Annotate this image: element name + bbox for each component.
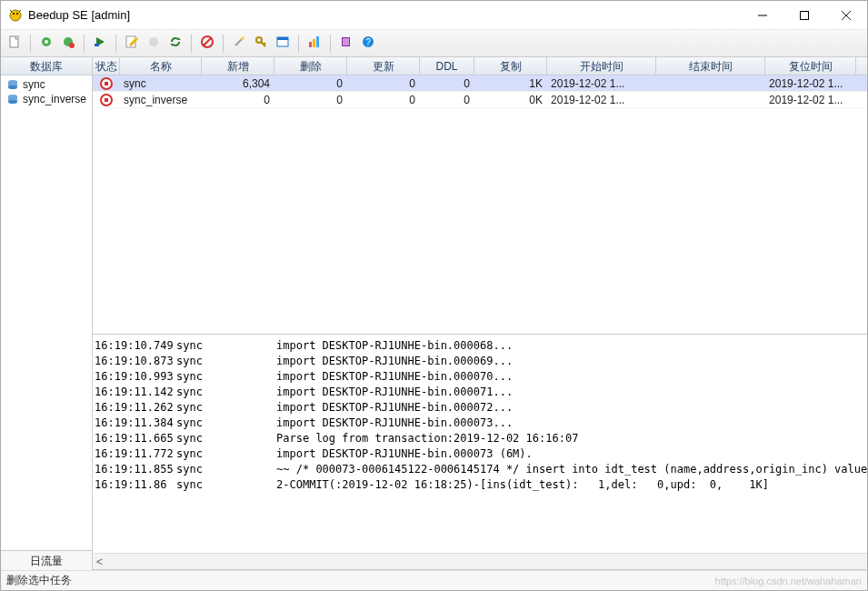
log-timestamp: 16:19:11.142 bbox=[95, 385, 176, 400]
svg-marker-16 bbox=[178, 37, 181, 40]
svg-point-9 bbox=[45, 40, 48, 44]
edit-pencil-button[interactable] bbox=[122, 34, 142, 54]
column-header[interactable]: DDL bbox=[420, 57, 474, 75]
no-entry-button[interactable] bbox=[197, 34, 217, 54]
column-header[interactable]: 复制 bbox=[474, 57, 547, 75]
circle-grey-button[interactable] bbox=[144, 34, 164, 54]
new-cell: 0 bbox=[202, 92, 274, 107]
key-button[interactable] bbox=[251, 34, 271, 54]
log-message: import DESKTOP-RJ1UNHE-bin.000070... bbox=[276, 369, 868, 385]
log-content[interactable]: 16:19:10.749syncimport DESKTOP-RJ1UNHE-b… bbox=[93, 335, 868, 553]
title-bar: Beedup SE [admin] bbox=[1, 1, 867, 30]
gear-green-button[interactable] bbox=[36, 34, 56, 54]
database-icon bbox=[6, 78, 19, 91]
gear-red-button[interactable] bbox=[58, 34, 78, 54]
new-doc-button[interactable] bbox=[5, 34, 25, 54]
log-timestamp: 16:19:10.873 bbox=[95, 354, 176, 369]
play-green-icon bbox=[93, 35, 107, 52]
column-header[interactable]: 结束时间 bbox=[656, 57, 765, 75]
log-source: sync bbox=[176, 354, 276, 369]
svg-line-24 bbox=[264, 43, 265, 45]
log-timestamp: 16:19:11.384 bbox=[95, 416, 176, 431]
maximize-button[interactable] bbox=[783, 2, 825, 29]
svg-rect-27 bbox=[309, 42, 312, 47]
sync-green-button[interactable] bbox=[165, 34, 185, 54]
help-question-icon: ? bbox=[361, 35, 375, 52]
gear-red-icon bbox=[61, 35, 75, 52]
log-timestamp: 16:19:10.749 bbox=[95, 338, 176, 354]
close-button[interactable] bbox=[825, 2, 867, 29]
column-header[interactable]: 新增 bbox=[202, 57, 274, 75]
window-icon bbox=[275, 35, 290, 52]
column-header[interactable]: 删除 bbox=[274, 57, 347, 75]
svg-marker-17 bbox=[170, 44, 173, 46]
log-message: 2-COMMIT(:2019-12-02 16:18:25)-[ins(idt_… bbox=[276, 477, 868, 493]
log-line: 16:19:11.86sync2-COMMIT(:2019-12-02 16:1… bbox=[95, 477, 868, 493]
log-scrollbar[interactable]: < > bbox=[93, 553, 868, 569]
wand-button[interactable] bbox=[229, 34, 249, 54]
window-button[interactable] bbox=[273, 34, 293, 54]
tree-item[interactable]: sync_inverse bbox=[1, 92, 92, 106]
svg-point-2 bbox=[16, 13, 18, 15]
key-icon bbox=[254, 35, 268, 52]
status-cell bbox=[93, 92, 120, 107]
tree-item[interactable]: sync bbox=[1, 77, 92, 92]
toolbar-separator bbox=[191, 35, 192, 53]
upd-cell: 0 bbox=[347, 92, 420, 107]
left-panel: 数据库 syncsync_inverse 日流量 bbox=[1, 57, 93, 570]
log-timestamp: 16:19:11.665 bbox=[95, 431, 176, 446]
log-message: ~~ /* 000073-0006145122-0006145174 */ in… bbox=[276, 462, 868, 477]
chart-bars-button[interactable] bbox=[304, 34, 324, 54]
log-line: 16:19:11.384syncimport DESKTOP-RJ1UNHE-b… bbox=[95, 416, 868, 431]
chart-bars-icon bbox=[307, 35, 322, 52]
reset-cell: 2019-12-02 1... bbox=[765, 75, 856, 91]
help-question-button[interactable]: ? bbox=[358, 34, 378, 54]
svg-rect-26 bbox=[277, 37, 288, 40]
svg-point-11 bbox=[69, 43, 75, 48]
log-line: 16:19:11.855sync~~ /* 000073-0006145122-… bbox=[95, 462, 868, 477]
svg-rect-28 bbox=[313, 39, 315, 47]
log-timestamp: 16:19:11.262 bbox=[95, 400, 176, 416]
svg-line-19 bbox=[204, 38, 211, 45]
new-cell: 6,304 bbox=[202, 75, 274, 91]
log-line: 16:19:10.873syncimport DESKTOP-RJ1UNHE-b… bbox=[95, 354, 868, 369]
svg-text:?: ? bbox=[365, 37, 371, 47]
log-line: 16:19:11.262syncimport DESKTOP-RJ1UNHE-b… bbox=[95, 400, 868, 416]
svg-point-21 bbox=[241, 36, 244, 40]
gear-green-icon bbox=[39, 35, 54, 52]
log-line: 16:19:11.142syncimport DESKTOP-RJ1UNHE-b… bbox=[95, 385, 868, 400]
minimize-button[interactable] bbox=[742, 2, 783, 29]
svg-rect-29 bbox=[316, 36, 319, 47]
column-header[interactable]: 复位时间 bbox=[765, 57, 856, 75]
name-cell: sync_inverse bbox=[120, 92, 202, 107]
help-book-button[interactable] bbox=[336, 34, 356, 54]
no-entry-icon bbox=[200, 35, 215, 52]
table-row[interactable]: sync_inverse00000K2019-12-02 1...2019-12… bbox=[93, 92, 868, 108]
grid-header: 状态名称新增删除更新DDL复制开始时间结束时间复位时间 bbox=[93, 57, 868, 75]
sync-green-icon bbox=[168, 35, 183, 52]
log-message: import DESKTOP-RJ1UNHE-bin.000069... bbox=[276, 354, 868, 369]
svg-point-1 bbox=[13, 13, 15, 15]
column-header[interactable]: 更新 bbox=[347, 57, 420, 75]
scroll-left-icon[interactable]: < bbox=[96, 556, 103, 568]
start-cell: 2019-12-02 1... bbox=[547, 75, 656, 91]
svg-rect-41 bbox=[105, 98, 108, 102]
column-header[interactable]: 状态 bbox=[93, 57, 120, 75]
tree-item-label: sync_inverse bbox=[23, 93, 86, 105]
log-line: 16:19:11.772syncimport DESKTOP-RJ1UNHE-b… bbox=[95, 446, 868, 462]
tree-item-label: sync bbox=[23, 78, 45, 91]
log-message: import DESKTOP-RJ1UNHE-bin.000073 (6M). bbox=[276, 446, 868, 462]
upd-cell: 0 bbox=[347, 75, 420, 91]
play-green-button[interactable] bbox=[90, 34, 110, 54]
database-tree[interactable]: syncsync_inverse bbox=[1, 75, 92, 550]
task-grid[interactable]: 状态名称新增删除更新DDL复制开始时间结束时间复位时间 sync6,304000… bbox=[93, 57, 868, 335]
circle-grey-icon bbox=[146, 35, 161, 52]
status-bar: 删除选中任务 https://blog.csdn.net/wahahaman bbox=[1, 570, 867, 590]
start-cell: 2019-12-02 1... bbox=[547, 92, 656, 107]
column-header[interactable]: 名称 bbox=[120, 57, 202, 75]
column-header[interactable]: 开始时间 bbox=[547, 57, 656, 75]
toolbar-separator bbox=[330, 35, 331, 53]
reset-cell: 2019-12-02 1... bbox=[765, 92, 856, 107]
table-row[interactable]: sync6,3040001K2019-12-02 1...2019-12-02 … bbox=[93, 75, 868, 92]
toolbar-separator bbox=[30, 35, 31, 53]
